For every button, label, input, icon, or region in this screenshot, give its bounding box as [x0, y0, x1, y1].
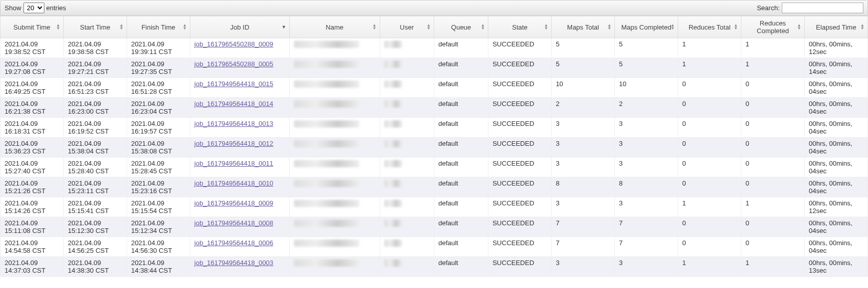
- job-id-link[interactable]: job_1617949564418_0010: [194, 179, 274, 187]
- table-row: 2021.04.09 16:18:31 CST2021.04.09 16:19:…: [1, 118, 868, 138]
- cell-name: [289, 118, 380, 138]
- sort-icon: ▲▼: [734, 24, 738, 30]
- cell-user: [380, 158, 434, 177]
- column-label: Finish Time: [141, 23, 175, 31]
- cell-name: [289, 38, 380, 58]
- cell-start-time: 2021.04.09 16:23:00 CST: [63, 98, 127, 118]
- sort-desc-icon: ▼: [282, 24, 286, 30]
- column-header-name[interactable]: Name▲▼: [289, 16, 380, 38]
- column-header-user[interactable]: User▲▼: [380, 16, 434, 38]
- entries-control: Show 20 entries: [5, 3, 66, 13]
- cell-reduces-total: 1: [678, 257, 741, 277]
- cell-state: SUCCEEDED: [488, 197, 552, 217]
- redacted-name: [294, 61, 359, 68]
- cell-finish-time: 2021.04.09 19:39:11 CST: [127, 38, 190, 58]
- cell-finish-time: 2021.04.09 15:23:16 CST: [127, 177, 190, 197]
- cell-finish-time: 2021.04.09 15:15:54 CST: [127, 197, 190, 217]
- redacted-user: [384, 180, 403, 187]
- job-id-link[interactable]: job_1617949564418_0006: [194, 239, 274, 247]
- redacted-user: [384, 140, 403, 147]
- cell-start-time: 2021.04.09 14:38:30 CST: [63, 257, 127, 277]
- cell-state: SUCCEEDED: [488, 177, 552, 197]
- redacted-name: [294, 120, 359, 127]
- job-id-link[interactable]: job_1617949564418_0012: [194, 140, 274, 147]
- cell-finish-time: 2021.04.09 15:38:08 CST: [127, 138, 190, 158]
- column-header-reduces-completed[interactable]: Reduces Completed▲▼: [741, 16, 805, 38]
- cell-submit-time: 2021.04.09 14:54:58 CST: [1, 237, 64, 257]
- cell-start-time: 2021.04.09 15:38:04 CST: [63, 138, 127, 158]
- cell-state: SUCCEEDED: [488, 237, 552, 257]
- column-header-finish-time[interactable]: Finish Time▲▼: [127, 16, 190, 38]
- redacted-name: [294, 81, 359, 88]
- cell-reduces-total: 0: [678, 237, 741, 257]
- cell-finish-time: 2021.04.09 15:28:45 CST: [127, 158, 190, 177]
- cell-job-id: job_1617949564418_0012: [190, 138, 289, 158]
- cell-job-id: job_1617949564418_0008: [190, 217, 289, 237]
- job-id-link[interactable]: job_1617965450288_0009: [194, 40, 274, 48]
- cell-submit-time: 2021.04.09 15:14:26 CST: [1, 197, 64, 217]
- cell-reduces-total: 1: [678, 38, 741, 58]
- cell-submit-time: 2021.04.09 19:38:52 CST: [1, 38, 64, 58]
- table-row: 2021.04.09 15:11:08 CST2021.04.09 15:12:…: [1, 217, 868, 237]
- redacted-name: [294, 41, 359, 48]
- redacted-user: [384, 41, 403, 48]
- job-id-link[interactable]: job_1617965450288_0005: [194, 60, 274, 68]
- column-header-job-id[interactable]: Job ID▼: [190, 16, 289, 38]
- cell-reduces-total: 0: [678, 98, 741, 118]
- cell-state: SUCCEEDED: [488, 38, 552, 58]
- column-header-maps-total[interactable]: Maps Total▲▼: [552, 16, 615, 38]
- cell-job-id: job_1617949564418_0009: [190, 197, 289, 217]
- cell-job-id: job_1617949564418_0015: [190, 78, 289, 98]
- job-id-link[interactable]: job_1617949564418_0011: [194, 160, 274, 167]
- column-label: Start Time: [80, 23, 110, 31]
- cell-user: [380, 98, 434, 118]
- cell-start-time: 2021.04.09 16:51:23 CST: [63, 78, 127, 98]
- job-id-link[interactable]: job_1617949564418_0015: [194, 80, 274, 88]
- cell-elapsed-time: 00hrs, 00mins, 04sec: [804, 78, 867, 98]
- search-input[interactable]: [782, 3, 863, 13]
- column-header-state[interactable]: State▲▼: [488, 16, 552, 38]
- cell-user: [380, 138, 434, 158]
- table-row: 2021.04.09 15:27:40 CST2021.04.09 15:28:…: [1, 158, 868, 177]
- table-row: 2021.04.09 15:14:26 CST2021.04.09 15:15:…: [1, 197, 868, 217]
- redacted-name: [294, 160, 359, 167]
- column-header-reduces-total[interactable]: Reduces Total▲▼: [678, 16, 741, 38]
- cell-maps-total: 5: [552, 58, 615, 78]
- job-id-link[interactable]: job_1617949564418_0009: [194, 199, 274, 207]
- show-label: Show: [5, 4, 21, 12]
- column-label: Maps Completed: [621, 23, 671, 31]
- cell-maps-total: 3: [552, 118, 615, 138]
- cell-queue: default: [434, 158, 488, 177]
- job-id-link[interactable]: job_1617949564418_0013: [194, 120, 274, 127]
- table-row: 2021.04.09 15:21:26 CST2021.04.09 15:23:…: [1, 177, 868, 197]
- cell-queue: default: [434, 217, 488, 237]
- cell-user: [380, 58, 434, 78]
- cell-start-time: 2021.04.09 15:28:40 CST: [63, 158, 127, 177]
- cell-state: SUCCEEDED: [488, 257, 552, 277]
- cell-queue: default: [434, 38, 488, 58]
- cell-job-id: job_1617949564418_0011: [190, 158, 289, 177]
- redacted-name: [294, 180, 359, 187]
- table-row: 2021.04.09 19:27:08 CST2021.04.09 19:27:…: [1, 58, 868, 78]
- cell-submit-time: 2021.04.09 15:11:08 CST: [1, 217, 64, 237]
- cell-maps-completed: 3: [615, 138, 678, 158]
- cell-job-id: job_1617949564418_0006: [190, 237, 289, 257]
- column-header-queue[interactable]: Queue▲▼: [434, 16, 488, 38]
- column-header-maps-completed[interactable]: Maps Completed▲▼: [615, 16, 678, 38]
- column-header-elapsed-time[interactable]: Elapsed Time▲▼: [804, 16, 867, 38]
- column-label: Reduces Total: [688, 23, 730, 31]
- sort-icon: ▲▼: [797, 24, 801, 30]
- sort-icon: ▲▼: [544, 24, 548, 30]
- column-header-start-time[interactable]: Start Time▲▼: [63, 16, 127, 38]
- job-id-link[interactable]: job_1617949564418_0008: [194, 219, 274, 227]
- cell-reduces-total: 0: [678, 118, 741, 138]
- sort-icon: ▲▼: [860, 24, 864, 30]
- column-header-submit-time[interactable]: Submit Time▲▼: [1, 16, 64, 38]
- cell-queue: default: [434, 257, 488, 277]
- table-toolbar: Show 20 entries Search:: [0, 0, 868, 16]
- cell-finish-time: 2021.04.09 16:19:57 CST: [127, 118, 190, 138]
- entries-select[interactable]: 20: [23, 3, 44, 13]
- job-id-link[interactable]: job_1617949564418_0014: [194, 100, 274, 108]
- cell-finish-time: 2021.04.09 14:38:44 CST: [127, 257, 190, 277]
- job-id-link[interactable]: job_1617949564418_0003: [194, 259, 274, 267]
